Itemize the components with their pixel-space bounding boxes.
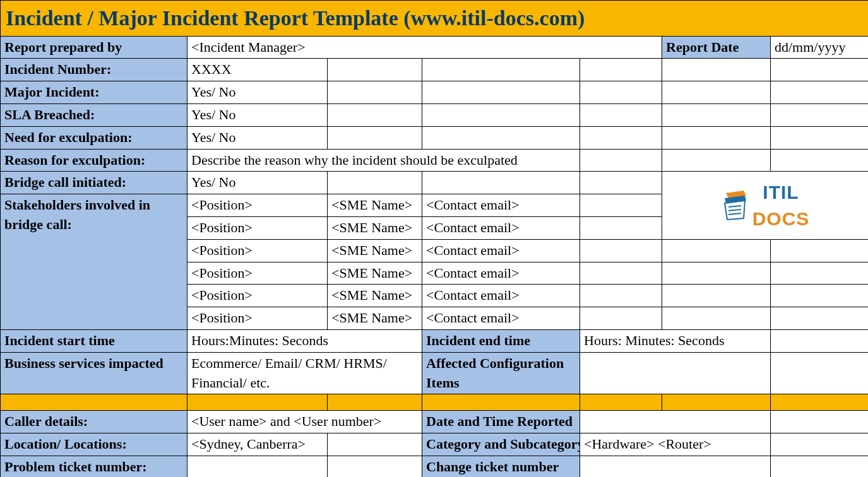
value-business-services: Ecommerce/ Email/ CRM/ HRMS/ Financial/ … bbox=[187, 352, 422, 394]
label-location: Location/ Locations: bbox=[1, 433, 187, 456]
title-row: Incident / Major Incident Report Templat… bbox=[1, 1, 869, 37]
label-major-incident: Major Incident: bbox=[1, 81, 187, 104]
value-category-subcat: <Hardware> <Router> bbox=[580, 433, 771, 456]
svg-line-0 bbox=[728, 206, 741, 207]
svg-line-2 bbox=[728, 213, 741, 215]
row-problem-ticket: Problem ticket number: Change ticket num… bbox=[1, 456, 869, 477]
row-business-services: Business services impacted Ecommerce/ Em… bbox=[1, 352, 869, 394]
label-stakeholders: Stakeholders involved in bridge call: bbox=[1, 194, 187, 330]
label-affected-ci: Affected Configuration Items bbox=[422, 352, 580, 394]
row-caller-details: Caller details: <User name> and <User nu… bbox=[1, 411, 869, 433]
stakeholder-sme: <SME Name> bbox=[328, 307, 422, 330]
row-incident-times: Incident start time Hours:Minutes: Secon… bbox=[1, 329, 869, 352]
value-report-date: dd/mm/yyyy bbox=[771, 36, 869, 59]
stakeholder-sme: <SME Name> bbox=[328, 194, 422, 217]
label-business-services: Business services impacted bbox=[1, 352, 187, 394]
stakeholder-sme: <SME Name> bbox=[328, 216, 422, 239]
stakeholder-sme: <SME Name> bbox=[328, 239, 422, 262]
label-bridge-call: Bridge call initiated: bbox=[1, 172, 187, 194]
label-need-exculpation: Need for exculpation: bbox=[1, 126, 187, 149]
row-sla-breached: SLA Breached: Yes/ No bbox=[1, 103, 869, 126]
logo-text-docs: DOCS bbox=[752, 208, 810, 229]
stakeholder-sme: <SME Name> bbox=[328, 285, 422, 307]
stakeholder-position: <Position> bbox=[187, 307, 328, 330]
row-report-prepared: Report prepared by <Incident Manager> Re… bbox=[1, 36, 869, 59]
stakeholder-position: <Position> bbox=[187, 285, 328, 307]
row-major-incident: Major Incident: Yes/ No bbox=[1, 81, 869, 104]
stakeholder-position: <Position> bbox=[187, 239, 328, 262]
stakeholder-email: <Contact email> bbox=[422, 307, 580, 330]
svg-line-1 bbox=[728, 209, 741, 211]
value-report-prepared: <Incident Manager> bbox=[187, 36, 662, 59]
label-incident-number: Incident Number: bbox=[1, 59, 187, 81]
label-caller-details: Caller details: bbox=[1, 411, 187, 433]
separator-row bbox=[1, 394, 869, 411]
row-need-exculpation: Need for exculpation: Yes/ No bbox=[1, 126, 869, 149]
label-category-subcat: Category and Subcategory bbox=[422, 433, 580, 456]
row-reason-exculpation: Reason for exculpation: Describe the rea… bbox=[1, 149, 869, 172]
label-report-date: Report Date bbox=[662, 36, 771, 59]
value-sla-breached: Yes/ No bbox=[187, 103, 328, 126]
value-incident-end: Hours: Minutes: Seconds bbox=[580, 329, 771, 352]
row-incident-number: Incident Number: XXXX bbox=[1, 59, 869, 81]
value-reason-exculpation: Describe the reason why the incident sho… bbox=[187, 149, 580, 172]
page-title: Incident / Major Incident Report Templat… bbox=[1, 1, 869, 37]
value-major-incident: Yes/ No bbox=[187, 81, 328, 104]
stakeholder-position: <Position> bbox=[187, 216, 328, 239]
value-incident-start: Hours:Minutes: Seconds bbox=[187, 329, 422, 352]
stakeholder-position: <Position> bbox=[187, 194, 328, 217]
label-problem-ticket: Problem ticket number: bbox=[1, 456, 187, 477]
value-need-exculpation: Yes/ No bbox=[187, 126, 328, 149]
label-report-prepared: Report prepared by bbox=[1, 36, 187, 59]
row-location: Location/ Locations: <Sydney, Canberra> … bbox=[1, 433, 869, 456]
stakeholder-email: <Contact email> bbox=[422, 239, 580, 262]
stakeholder-sme: <SME Name> bbox=[328, 262, 422, 285]
label-sla-breached: SLA Breached: bbox=[1, 103, 187, 126]
stakeholder-email: <Contact email> bbox=[422, 194, 580, 217]
label-incident-start: Incident start time bbox=[1, 329, 187, 352]
stakeholder-email: <Contact email> bbox=[422, 285, 580, 307]
label-reason-exculpation: Reason for exculpation: bbox=[1, 149, 187, 172]
logo-text-itil: ITIL bbox=[763, 182, 799, 203]
value-caller-details: <User name> and <User number> bbox=[187, 411, 422, 433]
stakeholder-position: <Position> bbox=[187, 262, 328, 285]
row-bridge-call: Bridge call initiated: Yes/ No ITILDOCS bbox=[1, 172, 869, 194]
stakeholder-email: <Contact email> bbox=[422, 262, 580, 285]
stakeholder-email: <Contact email> bbox=[422, 216, 580, 239]
label-incident-end: Incident end time bbox=[422, 329, 580, 352]
value-bridge-call: Yes/ No bbox=[187, 172, 328, 194]
label-change-ticket: Change ticket number bbox=[422, 456, 580, 477]
value-incident-number: XXXX bbox=[187, 59, 328, 81]
logo-cell: ITILDOCS bbox=[662, 172, 869, 239]
incident-report-template: Incident / Major Incident Report Templat… bbox=[0, 0, 868, 477]
itil-docs-icon bbox=[721, 189, 750, 222]
label-date-time-reported: Date and Time Reported bbox=[422, 411, 580, 433]
value-location: <Sydney, Canberra> bbox=[187, 433, 328, 456]
